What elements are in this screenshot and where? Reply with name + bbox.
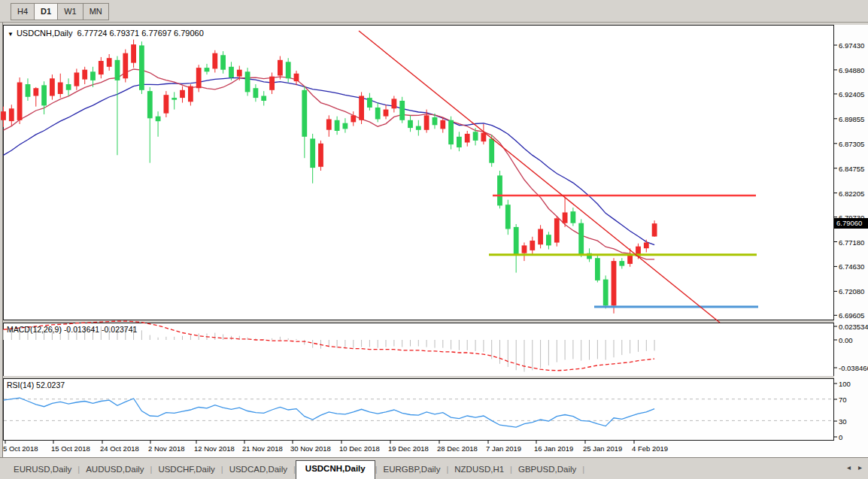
rsi-name: RSI(14) — [7, 380, 34, 390]
price-axis-label: 6.77180 — [839, 238, 864, 246]
chart-symbol-period: USDCNH,Daily — [17, 29, 73, 38]
rsi-axis-label: 30 — [839, 417, 847, 426]
macd-name: MACD(12,26,9) — [7, 325, 62, 334]
price-axis-label: 6.72080 — [839, 287, 864, 296]
date-axis-label: 19 Dec 2018 — [388, 444, 429, 453]
mt4-terminal: { "window": { "timeframe_tabs": ["H4", "… — [0, 0, 868, 479]
date-axis-label: 2 Nov 2018 — [148, 444, 185, 453]
date-axis-label: 12 Nov 2018 — [194, 444, 235, 453]
date-axis-label: 28 Dec 2018 — [437, 444, 478, 453]
timeframe-tab-d1[interactable]: D1 — [34, 3, 57, 20]
macd-axis-label: 0.023534 — [839, 323, 868, 331]
date-axis-label: 5 Oct 2018 — [3, 444, 38, 453]
macd-axis-label: -0.038466 — [839, 364, 868, 372]
rsi-axis-label: 70 — [839, 396, 847, 404]
price-axis-label: 6.74630 — [839, 262, 864, 271]
timeframe-tab-bar: H4D1W1MN — [0, 0, 868, 23]
rsi-axis-label: 0 — [839, 433, 842, 441]
symbol-tab-nzdusd[interactable]: NZDUSD,H1 — [448, 462, 510, 479]
macd-signal-value: -0.023741 — [102, 325, 137, 334]
date-axis-label: 10 Dec 2018 — [339, 444, 380, 453]
date-axis-label: 4 Feb 2019 — [632, 444, 668, 453]
date-axis-label: 16 Jan 2019 — [534, 444, 573, 453]
scroll-right-icon[interactable]: ▸ — [858, 463, 862, 471]
symbol-tab-usdcnh[interactable]: USDCNH,Daily — [296, 460, 375, 479]
date-axis-label: 7 Jan 2019 — [486, 444, 521, 453]
scroll-left-icon[interactable]: ◂ — [847, 463, 851, 471]
rsi-panel[interactable] — [3, 378, 834, 441]
price-axis-label: 6.92405 — [839, 89, 864, 98]
date-axis-label: 15 Oct 2018 — [51, 444, 90, 453]
price-axis[interactable] — [834, 25, 868, 441]
panel-splitter-rsi[interactable] — [3, 376, 834, 378]
chart-collapse-icon[interactable]: ▼ — [8, 31, 14, 38]
chart-ohlc-values: 6.77724 6.79371 6.77697 6.79060 — [77, 29, 204, 38]
timeframe-tab-h4[interactable]: H4 — [11, 3, 34, 20]
price-axis-label: 6.89855 — [839, 114, 864, 123]
rsi-value: 52.0237 — [36, 380, 65, 390]
tab-scroll-arrows: ◂▸ — [839, 463, 862, 471]
date-axis-label: 24 Oct 2018 — [100, 444, 139, 453]
main-chart-panel[interactable] — [3, 25, 834, 320]
panel-splitter-macd[interactable] — [3, 320, 834, 323]
price-axis-label: 6.97430 — [839, 41, 864, 50]
symbol-tab-usdcad[interactable]: USDCAD,Daily — [223, 462, 293, 479]
symbol-tab-bar: EURUSD,Daily|AUDUSD,Daily|USDCHF,Daily|U… — [0, 457, 868, 479]
symbol-tab-usdchf[interactable]: USDCHF,Daily — [152, 462, 220, 479]
macd-main-value: -0.013641 — [64, 325, 99, 334]
macd-indicator-label: MACD(12,26,9) -0.013641 -0.023741 — [7, 325, 137, 334]
date-axis-label: 30 Nov 2018 — [290, 444, 331, 453]
price-axis-label: 6.87305 — [839, 139, 864, 147]
symbol-tab-audusd[interactable]: AUDUSD,Daily — [80, 462, 150, 479]
price-axis-label: 6.82205 — [839, 189, 864, 197]
tab-separator: | — [582, 465, 584, 479]
rsi-axis-label: 100 — [839, 380, 851, 388]
price-axis-label: 6.84755 — [839, 164, 864, 172]
timeframe-tab-mn[interactable]: MN — [83, 3, 109, 20]
current-price-badge: 6.79060 — [834, 218, 868, 229]
price-axis-label: 6.94880 — [839, 65, 864, 74]
date-axis-label: 25 Jan 2019 — [583, 444, 622, 453]
symbol-tab-gbpusd[interactable]: GBPUSD,Daily — [512, 462, 582, 479]
chart-title: ▼USDCNH,Daily 6.77724 6.79371 6.77697 6.… — [8, 29, 204, 38]
macd-axis-label: 0.00 — [839, 336, 853, 344]
timeframe-tab-w1[interactable]: W1 — [57, 3, 83, 20]
price-axis-label: 6.69605 — [839, 311, 864, 320]
rsi-indicator-label: RSI(14) 52.0237 — [7, 380, 65, 390]
symbol-tab-eurusd[interactable]: EURUSD,Daily — [8, 462, 77, 479]
date-axis-label: 21 Nov 2018 — [242, 444, 283, 453]
symbol-tab-eurgbp[interactable]: EURGBP,Daily — [378, 462, 447, 479]
